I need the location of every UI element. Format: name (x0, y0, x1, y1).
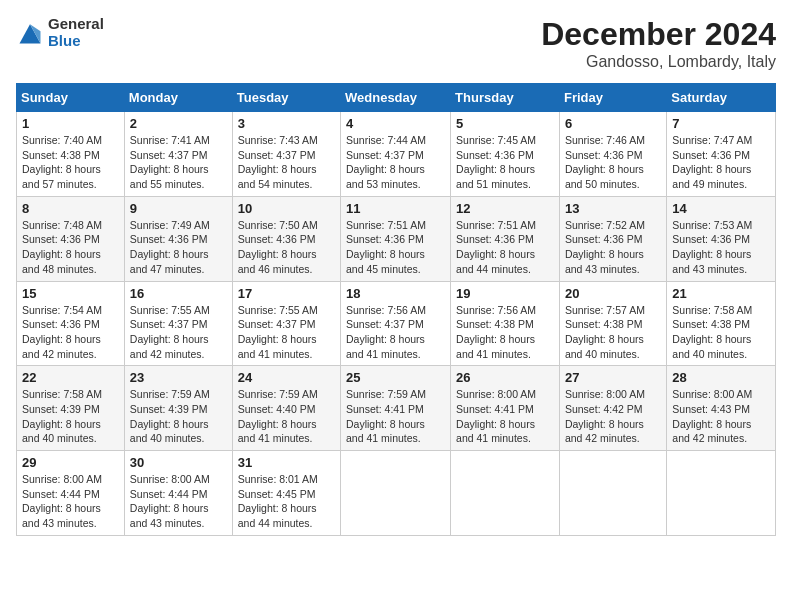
table-row: 6 Sunrise: 7:46 AM Sunset: 4:36 PM Dayli… (559, 112, 666, 197)
sunset-label: Sunset: 4:38 PM (672, 318, 750, 330)
day-info: Sunrise: 7:44 AM Sunset: 4:37 PM Dayligh… (346, 133, 445, 192)
sunrise-label: Sunrise: 8:00 AM (130, 473, 210, 485)
day-number: 28 (672, 370, 770, 385)
day-number: 15 (22, 286, 119, 301)
table-row: 20 Sunrise: 7:57 AM Sunset: 4:38 PM Dayl… (559, 281, 666, 366)
sunset-label: Sunset: 4:42 PM (565, 403, 643, 415)
table-row: 18 Sunrise: 7:56 AM Sunset: 4:37 PM Dayl… (341, 281, 451, 366)
day-number: 2 (130, 116, 227, 131)
col-monday: Monday (124, 84, 232, 112)
sunrise-label: Sunrise: 7:49 AM (130, 219, 210, 231)
calendar-week-row: 29 Sunrise: 8:00 AM Sunset: 4:44 PM Dayl… (17, 451, 776, 536)
table-row: 10 Sunrise: 7:50 AM Sunset: 4:36 PM Dayl… (232, 196, 340, 281)
day-info: Sunrise: 8:00 AM Sunset: 4:41 PM Dayligh… (456, 387, 554, 446)
location-title: Gandosso, Lombardy, Italy (541, 53, 776, 71)
daylight-label: Daylight: 8 hours and 44 minutes. (456, 248, 535, 275)
sunset-label: Sunset: 4:36 PM (22, 233, 100, 245)
day-number: 1 (22, 116, 119, 131)
calendar-week-row: 22 Sunrise: 7:58 AM Sunset: 4:39 PM Dayl… (17, 366, 776, 451)
sunrise-label: Sunrise: 7:55 AM (238, 304, 318, 316)
logo-general-text: General (48, 16, 104, 33)
title-area: December 2024 Gandosso, Lombardy, Italy (541, 16, 776, 71)
daylight-label: Daylight: 8 hours and 42 minutes. (130, 333, 209, 360)
daylight-label: Daylight: 8 hours and 41 minutes. (238, 418, 317, 445)
day-number: 31 (238, 455, 335, 470)
day-info: Sunrise: 7:53 AM Sunset: 4:36 PM Dayligh… (672, 218, 770, 277)
table-row: 4 Sunrise: 7:44 AM Sunset: 4:37 PM Dayli… (341, 112, 451, 197)
sunset-label: Sunset: 4:37 PM (346, 149, 424, 161)
daylight-label: Daylight: 8 hours and 41 minutes. (346, 333, 425, 360)
day-info: Sunrise: 7:58 AM Sunset: 4:38 PM Dayligh… (672, 303, 770, 362)
col-thursday: Thursday (451, 84, 560, 112)
sunset-label: Sunset: 4:37 PM (130, 149, 208, 161)
day-info: Sunrise: 7:48 AM Sunset: 4:36 PM Dayligh… (22, 218, 119, 277)
day-info: Sunrise: 7:41 AM Sunset: 4:37 PM Dayligh… (130, 133, 227, 192)
col-sunday: Sunday (17, 84, 125, 112)
day-number: 17 (238, 286, 335, 301)
sunrise-label: Sunrise: 7:54 AM (22, 304, 102, 316)
day-info: Sunrise: 7:54 AM Sunset: 4:36 PM Dayligh… (22, 303, 119, 362)
sunrise-label: Sunrise: 7:43 AM (238, 134, 318, 146)
sunrise-label: Sunrise: 8:00 AM (565, 388, 645, 400)
table-row: 27 Sunrise: 8:00 AM Sunset: 4:42 PM Dayl… (559, 366, 666, 451)
sunrise-label: Sunrise: 7:50 AM (238, 219, 318, 231)
sunset-label: Sunset: 4:44 PM (130, 488, 208, 500)
sunrise-label: Sunrise: 7:59 AM (130, 388, 210, 400)
daylight-label: Daylight: 8 hours and 40 minutes. (672, 333, 751, 360)
col-wednesday: Wednesday (341, 84, 451, 112)
day-info: Sunrise: 7:40 AM Sunset: 4:38 PM Dayligh… (22, 133, 119, 192)
table-row: 9 Sunrise: 7:49 AM Sunset: 4:36 PM Dayli… (124, 196, 232, 281)
table-row (667, 451, 776, 536)
table-row: 24 Sunrise: 7:59 AM Sunset: 4:40 PM Dayl… (232, 366, 340, 451)
sunset-label: Sunset: 4:43 PM (672, 403, 750, 415)
day-info: Sunrise: 7:52 AM Sunset: 4:36 PM Dayligh… (565, 218, 661, 277)
day-info: Sunrise: 7:46 AM Sunset: 4:36 PM Dayligh… (565, 133, 661, 192)
day-number: 25 (346, 370, 445, 385)
daylight-label: Daylight: 8 hours and 42 minutes. (22, 333, 101, 360)
sunrise-label: Sunrise: 7:55 AM (130, 304, 210, 316)
day-number: 22 (22, 370, 119, 385)
sunrise-label: Sunrise: 7:41 AM (130, 134, 210, 146)
day-number: 5 (456, 116, 554, 131)
calendar-table: Sunday Monday Tuesday Wednesday Thursday… (16, 83, 776, 536)
daylight-label: Daylight: 8 hours and 50 minutes. (565, 163, 644, 190)
day-number: 30 (130, 455, 227, 470)
sunset-label: Sunset: 4:40 PM (238, 403, 316, 415)
table-row (451, 451, 560, 536)
table-row: 2 Sunrise: 7:41 AM Sunset: 4:37 PM Dayli… (124, 112, 232, 197)
day-info: Sunrise: 7:51 AM Sunset: 4:36 PM Dayligh… (456, 218, 554, 277)
sunrise-label: Sunrise: 7:40 AM (22, 134, 102, 146)
sunrise-label: Sunrise: 7:56 AM (346, 304, 426, 316)
logo-blue-text: Blue (48, 33, 104, 50)
daylight-label: Daylight: 8 hours and 47 minutes. (130, 248, 209, 275)
table-row: 29 Sunrise: 8:00 AM Sunset: 4:44 PM Dayl… (17, 451, 125, 536)
day-number: 14 (672, 201, 770, 216)
daylight-label: Daylight: 8 hours and 54 minutes. (238, 163, 317, 190)
day-number: 18 (346, 286, 445, 301)
table-row: 14 Sunrise: 7:53 AM Sunset: 4:36 PM Dayl… (667, 196, 776, 281)
day-number: 23 (130, 370, 227, 385)
daylight-label: Daylight: 8 hours and 53 minutes. (346, 163, 425, 190)
day-number: 24 (238, 370, 335, 385)
daylight-label: Daylight: 8 hours and 51 minutes. (456, 163, 535, 190)
sunrise-label: Sunrise: 7:52 AM (565, 219, 645, 231)
daylight-label: Daylight: 8 hours and 45 minutes. (346, 248, 425, 275)
sunrise-label: Sunrise: 7:47 AM (672, 134, 752, 146)
sunset-label: Sunset: 4:41 PM (456, 403, 534, 415)
table-row: 16 Sunrise: 7:55 AM Sunset: 4:37 PM Dayl… (124, 281, 232, 366)
logo-icon (16, 19, 44, 47)
sunset-label: Sunset: 4:41 PM (346, 403, 424, 415)
day-info: Sunrise: 7:56 AM Sunset: 4:37 PM Dayligh… (346, 303, 445, 362)
table-row: 21 Sunrise: 7:58 AM Sunset: 4:38 PM Dayl… (667, 281, 776, 366)
day-number: 3 (238, 116, 335, 131)
day-number: 7 (672, 116, 770, 131)
table-row: 31 Sunrise: 8:01 AM Sunset: 4:45 PM Dayl… (232, 451, 340, 536)
sunset-label: Sunset: 4:36 PM (22, 318, 100, 330)
daylight-label: Daylight: 8 hours and 43 minutes. (22, 502, 101, 529)
sunset-label: Sunset: 4:36 PM (565, 149, 643, 161)
day-info: Sunrise: 7:55 AM Sunset: 4:37 PM Dayligh… (238, 303, 335, 362)
daylight-label: Daylight: 8 hours and 42 minutes. (672, 418, 751, 445)
daylight-label: Daylight: 8 hours and 41 minutes. (456, 333, 535, 360)
day-info: Sunrise: 7:47 AM Sunset: 4:36 PM Dayligh… (672, 133, 770, 192)
day-info: Sunrise: 7:50 AM Sunset: 4:36 PM Dayligh… (238, 218, 335, 277)
